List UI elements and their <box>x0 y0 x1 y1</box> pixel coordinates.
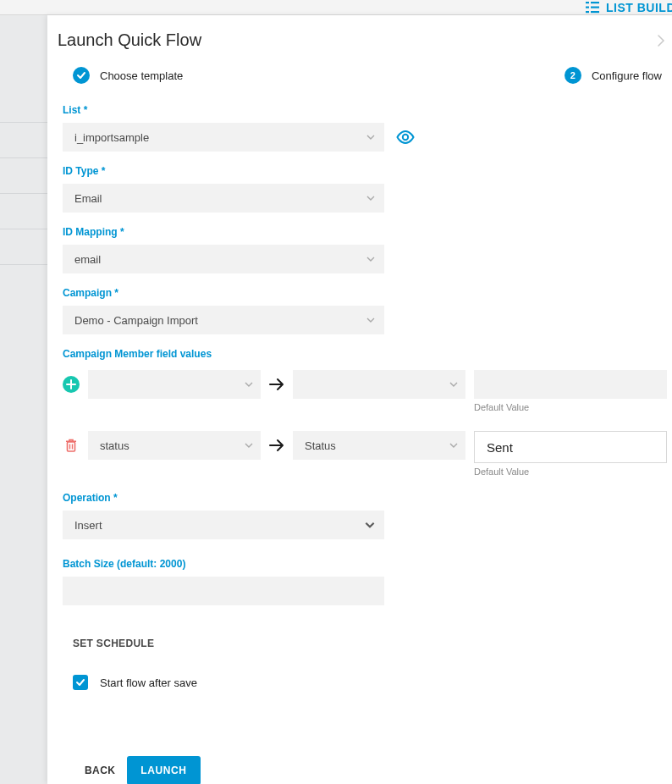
svg-rect-7 <box>68 442 75 451</box>
svg-rect-1 <box>591 2 599 3</box>
idmapping-label: ID Mapping * <box>63 226 672 238</box>
batch-size-label: Batch Size (default: 2000) <box>63 558 672 570</box>
default-value-hint: Default Value <box>474 467 667 477</box>
close-chevron-icon[interactable] <box>657 34 665 47</box>
chevron-down-icon <box>366 132 376 142</box>
svg-rect-5 <box>591 11 599 13</box>
campaign-label: Campaign * <box>63 287 672 299</box>
step-number-icon: 2 <box>565 67 581 84</box>
configure-form: List * i_importsample ID Type * Email <box>47 89 672 784</box>
default-value-hint: Default Value <box>474 402 667 412</box>
mapping-default-value-input[interactable] <box>474 370 667 399</box>
check-icon <box>73 67 90 84</box>
preview-eye-icon[interactable] <box>396 130 415 144</box>
arrow-right-icon <box>269 370 284 399</box>
mapping-row: status Status Sent Default Value <box>63 431 672 477</box>
operation-label: Operation * <box>63 492 672 504</box>
step-choose-template[interactable]: Choose template <box>73 67 183 84</box>
svg-rect-0 <box>586 2 589 3</box>
modal-footer: BACK LAUNCH <box>63 756 672 784</box>
list-select[interactable]: i_importsample <box>63 123 384 152</box>
set-schedule-button[interactable]: SET SCHEDULE <box>73 638 672 649</box>
start-flow-checkbox-row[interactable]: Start flow after save <box>73 675 672 690</box>
member-values-label: Campaign Member field values <box>63 348 672 360</box>
modal-title: Launch Quick Flow <box>58 30 655 50</box>
mapping-source-select[interactable] <box>88 370 261 399</box>
idtype-label: ID Type * <box>63 165 672 177</box>
mapping-row: Default Value <box>63 370 672 412</box>
chevron-down-icon <box>244 379 254 389</box>
mapping-default-value-input[interactable]: Sent <box>474 431 667 463</box>
app-topbar <box>0 0 672 15</box>
start-flow-label: Start flow after save <box>100 676 197 689</box>
list-build-link[interactable]: LIST BUILD <box>586 0 672 15</box>
launch-button[interactable]: LAUNCH <box>127 756 200 784</box>
idtype-select[interactable]: Email <box>63 184 384 213</box>
list-build-label: LIST BUILD <box>606 1 672 14</box>
list-icon <box>586 2 599 14</box>
stepper: Choose template 2 Configure flow <box>47 50 672 89</box>
mapping-source-select[interactable]: status <box>88 431 261 460</box>
step-choose-label: Choose template <box>100 69 183 82</box>
svg-point-6 <box>403 135 408 140</box>
chevron-down-icon <box>366 254 376 264</box>
chevron-down-icon <box>366 193 376 203</box>
idmapping-select[interactable]: email <box>63 245 384 273</box>
svg-rect-3 <box>591 7 599 8</box>
operation-select[interactable]: Insert <box>63 511 384 539</box>
svg-rect-2 <box>586 7 589 8</box>
list-label: List * <box>63 104 672 116</box>
chevron-down-icon <box>244 440 254 450</box>
mapping-target-select[interactable] <box>293 370 465 399</box>
arrow-right-icon <box>269 431 284 460</box>
back-button[interactable]: BACK <box>83 756 117 784</box>
checkbox-checked-icon[interactable] <box>73 675 88 690</box>
svg-rect-4 <box>586 11 589 13</box>
campaign-select[interactable]: Demo - Campaign Import <box>63 306 384 334</box>
chevron-down-icon <box>364 519 376 531</box>
step-configure-label: Configure flow <box>592 69 662 82</box>
batch-size-input[interactable] <box>63 577 384 605</box>
chevron-down-icon <box>449 379 459 389</box>
launch-quick-flow-modal: Launch Quick Flow Choose template 2 Conf… <box>47 15 672 784</box>
delete-mapping-button[interactable] <box>63 431 80 460</box>
add-mapping-button[interactable] <box>63 376 80 393</box>
mapping-block: Default Value status <box>63 370 672 477</box>
mapping-target-select[interactable]: Status <box>293 431 465 460</box>
chevron-down-icon <box>366 315 376 325</box>
step-configure-flow[interactable]: 2 Configure flow <box>565 67 662 84</box>
chevron-down-icon <box>449 440 459 450</box>
